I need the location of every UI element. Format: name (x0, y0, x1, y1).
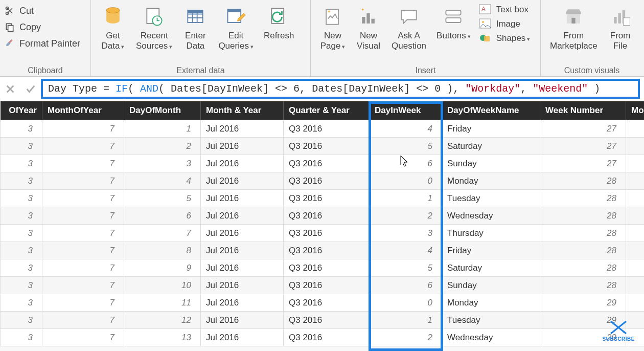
text-box-button[interactable]: A Text box (479, 4, 531, 15)
cut-button[interactable]: Cut (4, 5, 80, 16)
table-cell[interactable]: 27 (540, 155, 626, 172)
column-header[interactable]: Mo (626, 101, 645, 120)
table-cell[interactable]: Jul 2016 (201, 190, 284, 207)
recent-sources-button[interactable]: Recent Sources (131, 2, 177, 52)
table-cell[interactable]: Jul 2016 (201, 225, 284, 242)
table-cell[interactable] (626, 329, 645, 346)
table-row[interactable]: 379Jul 2016Q3 20165Saturday28 (1, 259, 645, 277)
table-cell[interactable]: Thursday (442, 225, 540, 242)
table-cell[interactable]: 7 (42, 225, 124, 242)
table-cell[interactable]: 7 (42, 242, 124, 259)
table-cell[interactable]: 8 (124, 242, 201, 259)
table-cell[interactable]: Jul 2016 (201, 294, 284, 312)
column-header[interactable]: DayOfMonth (124, 101, 201, 120)
table-cell[interactable]: 3 (124, 155, 201, 172)
table-cell[interactable]: 6 (370, 277, 442, 294)
table-cell[interactable]: Sunday (442, 277, 540, 294)
table-cell[interactable]: 3 (1, 190, 42, 207)
table-cell[interactable]: Monday (442, 172, 540, 190)
table-cell[interactable]: 3 (1, 294, 42, 312)
formula-commit-button[interactable] (20, 83, 41, 95)
table-cell[interactable]: Jul 2016 (201, 155, 284, 172)
table-cell[interactable]: 4 (370, 242, 442, 259)
image-button[interactable]: Image (479, 18, 531, 30)
table-cell[interactable] (626, 225, 645, 242)
table-cell[interactable]: Q3 2016 (284, 120, 370, 138)
table-cell[interactable]: Jul 2016 (201, 120, 284, 138)
table-cell[interactable] (626, 277, 645, 294)
table-cell[interactable]: 5 (370, 138, 442, 155)
table-cell[interactable]: 7 (42, 329, 124, 346)
table-cell[interactable]: 28 (540, 172, 626, 190)
edit-queries-button[interactable]: Edit Queries (213, 2, 259, 52)
table-cell[interactable] (626, 242, 645, 259)
table-cell[interactable]: 27 (540, 120, 626, 138)
table-cell[interactable]: 11 (124, 294, 201, 312)
table-cell[interactable]: 7 (42, 120, 124, 138)
table-cell[interactable]: Friday (442, 120, 540, 138)
table-cell[interactable]: Q3 2016 (284, 190, 370, 207)
table-row[interactable]: 3710Jul 2016Q3 20166Sunday28 (1, 277, 645, 294)
table-cell[interactable]: 6 (124, 207, 201, 225)
table-cell[interactable]: 1 (370, 312, 442, 329)
table-cell[interactable]: 29 (540, 329, 626, 346)
table-cell[interactable]: Jul 2016 (201, 259, 284, 277)
table-row[interactable]: 371Jul 2016Q3 20164Friday27 (1, 120, 645, 138)
table-cell[interactable]: Saturday (442, 138, 540, 155)
table-cell[interactable]: Jul 2016 (201, 242, 284, 259)
table-cell[interactable]: 5 (370, 259, 442, 277)
table-cell[interactable]: 7 (42, 155, 124, 172)
table-row[interactable]: 376Jul 2016Q3 20162Wednesday28 (1, 207, 645, 225)
column-header[interactable]: Month & Year (201, 101, 284, 120)
enter-data-button[interactable]: Enter Data (177, 2, 213, 52)
table-cell[interactable]: 29 (540, 312, 626, 329)
table-cell[interactable]: 3 (1, 312, 42, 329)
table-cell[interactable]: Sunday (442, 155, 540, 172)
table-cell[interactable] (626, 259, 645, 277)
table-cell[interactable]: Q3 2016 (284, 259, 370, 277)
table-cell[interactable]: 3 (1, 138, 42, 155)
table-cell[interactable]: 28 (540, 259, 626, 277)
table-cell[interactable] (626, 120, 645, 138)
table-row[interactable]: 3711Jul 2016Q3 20160Monday29 (1, 294, 645, 312)
formula-cancel-button[interactable] (0, 83, 20, 95)
refresh-button[interactable]: Refresh (259, 2, 300, 41)
table-cell[interactable] (626, 172, 645, 190)
table-cell[interactable]: Q3 2016 (284, 138, 370, 155)
get-data-button[interactable]: Get Data (95, 2, 131, 52)
ask-question-button[interactable]: Ask A Question (386, 2, 431, 52)
table-row[interactable]: 377Jul 2016Q3 20163Thursday28 (1, 225, 645, 242)
table-row[interactable]: 372Jul 2016Q3 20165Saturday27 (1, 138, 645, 155)
table-cell[interactable]: 3 (1, 172, 42, 190)
table-cell[interactable]: 3 (1, 225, 42, 242)
formula-input[interactable]: Day Type = IF( AND( Dates[DayInWeek] <> … (41, 79, 640, 99)
data-table[interactable]: OfYearMonthOfYearDayOfMonthMonth & YearQ… (0, 101, 644, 346)
table-cell[interactable]: Jul 2016 (201, 312, 284, 329)
table-cell[interactable]: 9 (124, 259, 201, 277)
table-cell[interactable]: 6 (370, 155, 442, 172)
table-row[interactable]: 378Jul 2016Q3 20164Friday28 (1, 242, 645, 259)
from-marketplace-button[interactable]: From Marketplace (545, 2, 603, 52)
table-cell[interactable]: 28 (540, 225, 626, 242)
table-cell[interactable]: 7 (42, 294, 124, 312)
from-file-button[interactable]: From File (603, 2, 638, 52)
table-row[interactable]: 374Jul 2016Q3 20160Monday28 (1, 172, 645, 190)
new-visual-button[interactable]: ✦ New Visual (351, 2, 386, 52)
format-painter-button[interactable]: Format Painter (4, 38, 80, 49)
table-cell[interactable]: 7 (42, 277, 124, 294)
table-cell[interactable]: Tuesday (442, 312, 540, 329)
table-cell[interactable]: 4 (370, 120, 442, 138)
table-cell[interactable] (626, 190, 645, 207)
table-cell[interactable] (626, 207, 645, 225)
table-row[interactable]: 373Jul 2016Q3 20166Sunday27 (1, 155, 645, 172)
table-cell[interactable]: Jul 2016 (201, 172, 284, 190)
copy-button[interactable]: Copy (4, 21, 80, 33)
table-cell[interactable]: 3 (1, 155, 42, 172)
table-cell[interactable]: 0 (370, 294, 442, 312)
table-cell[interactable]: Q3 2016 (284, 207, 370, 225)
table-cell[interactable]: Q3 2016 (284, 242, 370, 259)
table-row[interactable]: 375Jul 2016Q3 20161Tuesday28 (1, 190, 645, 207)
table-cell[interactable]: Friday (442, 242, 540, 259)
table-cell[interactable]: Saturday (442, 259, 540, 277)
column-header[interactable]: Week Number (540, 101, 626, 120)
